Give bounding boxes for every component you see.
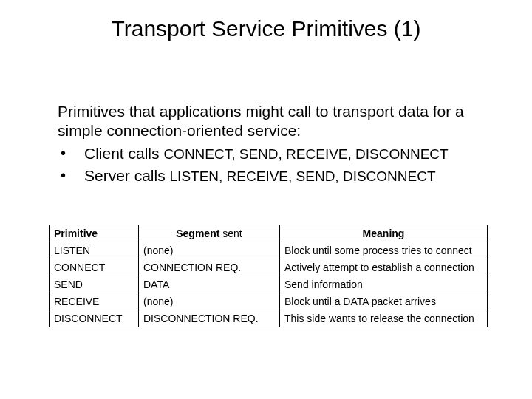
bullet-icon: •: [61, 144, 66, 163]
primitives-table-wrap: Primitive Segment sent Meaning LISTEN (n…: [49, 225, 488, 327]
intro-paragraph: Primitives that applications might call …: [58, 102, 482, 141]
cell-segment: DISCONNECTION REQ.: [139, 310, 280, 327]
bullet-primitives: LISTEN, RECEIVE, SEND, DISCONNECT: [170, 168, 436, 184]
table-row: SEND DATA Send information: [50, 276, 488, 293]
bullet-icon: •: [61, 166, 66, 185]
slide: Transport Service Primitives (1) Primiti…: [0, 0, 532, 399]
primitives-table: Primitive Segment sent Meaning LISTEN (n…: [49, 225, 488, 327]
cell-meaning: Actively attempt to establish a connecti…: [280, 259, 488, 276]
bullet-item: • Client calls CONNECT, SEND, RECEIVE, D…: [58, 144, 482, 163]
bullet-primitives: CONNECT, SEND, RECEIVE, DISCONNECT: [163, 146, 448, 162]
col-header-primitive: Primitive: [50, 225, 139, 242]
cell-segment: DATA: [139, 276, 280, 293]
table-row: LISTEN (none) Block until some process t…: [50, 242, 488, 259]
cell-segment: (none): [139, 293, 280, 310]
segment-bold: Segment: [176, 228, 219, 239]
table-row: CONNECT CONNECTION REQ. Actively attempt…: [50, 259, 488, 276]
cell-primitive: LISTEN: [50, 242, 139, 259]
table-row: DISCONNECT DISCONNECTION REQ. This side …: [50, 310, 488, 327]
bullet-lead: Client calls: [84, 145, 163, 162]
cell-segment: (none): [139, 242, 280, 259]
cell-primitive: CONNECT: [50, 259, 139, 276]
cell-meaning: Block until a DATA packet arrives: [280, 293, 488, 310]
cell-primitive: DISCONNECT: [50, 310, 139, 327]
bullet-lead: Server calls: [84, 167, 170, 184]
table-row: RECEIVE (none) Block until a DATA packet…: [50, 293, 488, 310]
cell-primitive: RECEIVE: [50, 293, 139, 310]
col-header-segment: Segment sent: [139, 225, 280, 242]
slide-title: Transport Service Primitives (1): [0, 0, 532, 41]
body-text: Primitives that applications might call …: [58, 102, 482, 185]
col-header-meaning: Meaning: [280, 225, 488, 242]
cell-meaning: This side wants to release the connectio…: [280, 310, 488, 327]
cell-meaning: Send information: [280, 276, 488, 293]
cell-primitive: SEND: [50, 276, 139, 293]
cell-segment: CONNECTION REQ.: [139, 259, 280, 276]
bullet-item: • Server calls LISTEN, RECEIVE, SEND, DI…: [58, 166, 482, 185]
bullet-list: • Client calls CONNECT, SEND, RECEIVE, D…: [58, 144, 482, 186]
table-header-row: Primitive Segment sent Meaning: [50, 225, 488, 242]
segment-rest: sent: [219, 228, 242, 239]
cell-meaning: Block until some process tries to connec…: [280, 242, 488, 259]
